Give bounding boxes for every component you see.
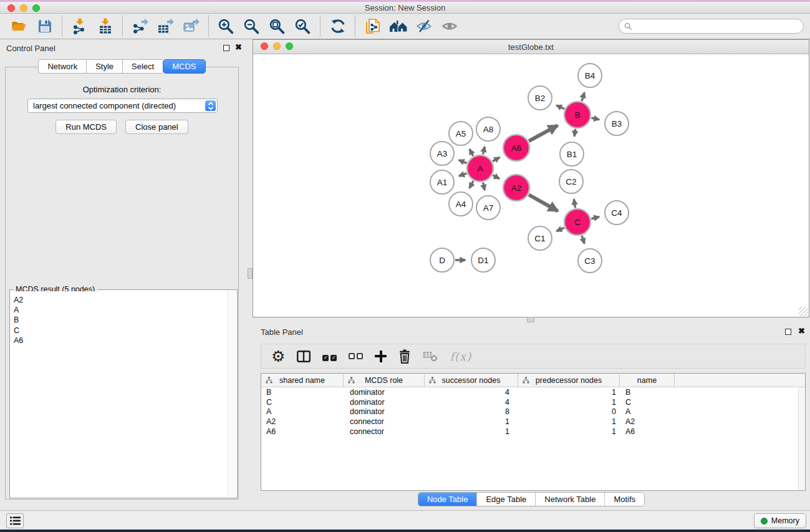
graph-node-B2[interactable]: B2: [528, 86, 552, 110]
table-settings-button[interactable]: ⚙: [271, 348, 285, 364]
tab-edge-table[interactable]: Edge Table: [476, 493, 535, 506]
graph-node-A1[interactable]: A1: [430, 170, 454, 194]
graph-node-A[interactable]: A: [467, 155, 493, 181]
graph-edge-A-A5[interactable]: [470, 149, 473, 156]
run-mcds-button[interactable]: Run MCDS: [55, 120, 117, 134]
tab-node-table[interactable]: Node Table: [418, 493, 477, 506]
save-session-button[interactable]: [32, 15, 57, 37]
graph-node-A8[interactable]: A8: [476, 117, 500, 141]
graph-node-C4[interactable]: C4: [605, 201, 629, 225]
hide-graphics-details-button[interactable]: [411, 15, 436, 37]
tab-select[interactable]: Select: [122, 59, 163, 74]
import-network-button[interactable]: [67, 15, 92, 37]
search-input[interactable]: [635, 22, 803, 31]
graph-edge-B-B3[interactable]: [591, 118, 599, 120]
graph-node-A4[interactable]: A4: [449, 192, 473, 216]
function-builder-button[interactable]: f(x): [450, 350, 471, 363]
column-header-shared-name[interactable]: shared name: [261, 374, 344, 387]
table-row[interactable]: A2connector11A2: [261, 417, 805, 427]
export-table-button[interactable]: [153, 15, 178, 37]
tab-network-table[interactable]: Network Table: [535, 493, 604, 506]
graph-edge-A-A8[interactable]: [483, 147, 485, 154]
tab-mcds[interactable]: MCDS: [163, 59, 205, 74]
graph-node-A2[interactable]: A2: [503, 175, 529, 201]
graph-edge-C-C1[interactable]: [556, 228, 564, 231]
float-panel-icon[interactable]: [785, 329, 791, 335]
export-network-button[interactable]: [127, 15, 153, 37]
graph-node-B4[interactable]: B4: [578, 64, 602, 87]
graph-node-C1[interactable]: C1: [528, 226, 552, 250]
graph-edge-A-A1[interactable]: [459, 173, 466, 176]
graph-edge-A-A3[interactable]: [459, 160, 467, 163]
graph-edge-A2-C[interactable]: [529, 195, 557, 211]
network-window-titlebar[interactable]: testGlobe.txt: [253, 40, 809, 54]
mcds-result-item[interactable]: B: [14, 315, 227, 325]
float-panel-icon[interactable]: [223, 45, 229, 51]
close-panel-button[interactable]: Close panel: [125, 120, 188, 134]
table-row[interactable]: Bdominator41B: [261, 387, 805, 397]
mcds-result-item[interactable]: C: [14, 326, 227, 336]
close-panel-icon[interactable]: ✖: [235, 42, 242, 52]
search-field[interactable]: [619, 19, 804, 34]
graph-edge-B-B1[interactable]: [574, 129, 576, 137]
delete-column-button[interactable]: [398, 349, 411, 364]
mcds-result-list[interactable]: A2ABCA6: [11, 291, 227, 496]
zoom-selected-button[interactable]: [290, 15, 316, 37]
graph-node-A6[interactable]: A6: [503, 135, 529, 161]
show-graphics-details-button[interactable]: [436, 15, 462, 37]
graph-node-D[interactable]: D: [430, 248, 454, 272]
first-neighbors-button[interactable]: [385, 15, 411, 37]
close-panel-icon[interactable]: ✖: [798, 326, 805, 336]
table-row[interactable]: Adominator80A: [261, 407, 805, 417]
tab-style[interactable]: Style: [86, 59, 122, 74]
graph-edge-C-C4[interactable]: [591, 217, 599, 219]
split-columns-button[interactable]: [297, 351, 311, 362]
graph-edge-C-C3[interactable]: [582, 236, 584, 244]
zoom-fit-button[interactable]: [264, 15, 290, 37]
graph-edge-A-A4[interactable]: [470, 181, 473, 188]
delete-table-button[interactable]: [423, 350, 438, 362]
column-header-predecessor-nodes[interactable]: predecessor nodes: [518, 374, 620, 387]
tab-motifs[interactable]: Motifs: [604, 493, 644, 506]
graph-node-A3[interactable]: A3: [430, 142, 454, 165]
refresh-button[interactable]: [325, 15, 350, 37]
result-scrollbar[interactable]: [228, 291, 236, 496]
show-panels-button[interactable]: [6, 513, 24, 528]
deselect-all-button[interactable]: [349, 351, 363, 362]
graph-edge-B-B4[interactable]: [582, 92, 584, 101]
column-header-successor-nodes[interactable]: successor nodes: [425, 374, 518, 387]
graph-node-C3[interactable]: C3: [578, 249, 602, 273]
export-image-button[interactable]: [178, 15, 204, 37]
mcds-result-item[interactable]: A2: [14, 295, 227, 305]
graph-edge-A6-B[interactable]: [529, 125, 557, 141]
mcds-result-item[interactable]: A: [14, 305, 227, 315]
graph-node-A7[interactable]: A7: [476, 196, 500, 220]
graph-node-B1[interactable]: B1: [560, 142, 584, 166]
graph-edge-B-B2[interactable]: [556, 105, 564, 109]
zoom-out-button[interactable]: [239, 15, 264, 37]
select-all-button[interactable]: ✓✓: [322, 351, 337, 362]
criterion-dropdown[interactable]: largest connected component (directed): [27, 99, 218, 113]
graph-node-D1[interactable]: D1: [471, 248, 495, 272]
import-table-button[interactable]: [92, 15, 118, 37]
memory-button[interactable]: Memory: [754, 513, 806, 528]
tab-network[interactable]: Network: [38, 59, 86, 74]
network-from-document-button[interactable]: [360, 15, 385, 37]
resize-grip-icon[interactable]: [799, 307, 808, 316]
add-column-button[interactable]: [375, 351, 387, 362]
column-header-MCDS-role[interactable]: MCDS role: [344, 374, 425, 387]
table-scrollbar[interactable]: [798, 388, 804, 490]
graph-edge-A-A2[interactable]: [493, 175, 499, 179]
open-session-button[interactable]: [6, 15, 32, 37]
table-row[interactable]: Cdominator41C: [261, 397, 805, 407]
graph-node-B[interactable]: B: [564, 102, 591, 128]
table-row[interactable]: A6connector11A6: [261, 427, 805, 437]
graph-node-B3[interactable]: B3: [605, 112, 629, 135]
splitter-handle[interactable]: [527, 317, 534, 322]
network-canvas[interactable]: B4B2BB3A8A5A6A3B1AC2A1A2A4A7C4CC1C3DD1: [253, 54, 809, 317]
graph-node-C[interactable]: C: [564, 209, 591, 235]
mcds-result-item[interactable]: A6: [14, 336, 227, 346]
splitter-handle[interactable]: [248, 268, 253, 279]
graph-edge-C-C2[interactable]: [574, 199, 575, 208]
column-header-name[interactable]: name: [620, 374, 675, 387]
